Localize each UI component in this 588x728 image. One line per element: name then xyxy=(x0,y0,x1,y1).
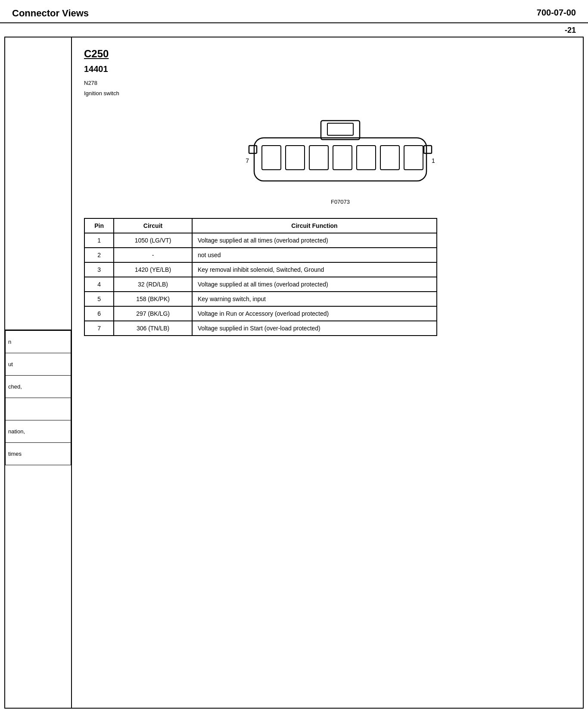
cell-function-0: Voltage supplied at all times (overload … xyxy=(192,233,437,248)
fig-label: F07073 xyxy=(241,199,439,205)
cell-circuit-2: 1420 (YE/LB) xyxy=(114,262,192,277)
col-circuit-header: Circuit xyxy=(114,218,192,233)
cell-function-2: Key removal inhibit solenoid, Switched, … xyxy=(192,262,437,277)
table-row: 6297 (BK/LG)Voltage in Run or Accessory … xyxy=(84,306,437,321)
col-function-header: Circuit Function xyxy=(192,218,437,233)
pin-left-number: 7 xyxy=(246,157,249,164)
list-item: times xyxy=(6,443,71,465)
sidebar-cell-6: times xyxy=(6,443,71,465)
cell-pin-5: 6 xyxy=(84,306,114,321)
list-item: nation, xyxy=(6,420,71,443)
list-item xyxy=(6,398,71,420)
connector-ref2: Ignition switch xyxy=(84,90,571,97)
connector-diagram: 7 1 xyxy=(241,108,439,194)
cell-pin-1: 2 xyxy=(84,248,114,262)
svg-rect-4 xyxy=(424,146,432,153)
cell-pin-4: 5 xyxy=(84,292,114,306)
cell-circuit-0: 1050 (LG/VT) xyxy=(114,233,192,248)
cell-pin-3: 4 xyxy=(84,277,114,292)
connector-diagram-area: 7 1 F07073 xyxy=(110,108,571,205)
cell-circuit-1: - xyxy=(114,248,192,262)
table-row: 2-not used xyxy=(84,248,437,262)
cell-function-3: Voltage supplied at all times (overload … xyxy=(192,277,437,292)
left-sidebar: n ut ched, nation, times xyxy=(5,37,72,708)
sidebar-table: n ut ched, nation, times xyxy=(5,330,71,465)
table-row: 432 (RD/LB)Voltage supplied at all times… xyxy=(84,277,437,292)
cell-pin-2: 3 xyxy=(84,262,114,277)
svg-rect-0 xyxy=(254,138,426,181)
connector-ref1: N278 xyxy=(84,79,571,87)
page-code: 700-07-00 xyxy=(537,8,576,18)
cell-circuit-6: 306 (TN/LB) xyxy=(114,321,192,336)
connector-code: 14401 xyxy=(84,64,571,74)
sub-page-number: -21 xyxy=(0,23,588,37)
table-row: 7306 (TN/LB)Voltage supplied in Start (o… xyxy=(84,321,437,336)
cell-circuit-4: 158 (BK/PK) xyxy=(114,292,192,306)
table-row: 31420 (YE/LB)Key removal inhibit solenoi… xyxy=(84,262,437,277)
list-item: ched, xyxy=(6,376,71,398)
svg-rect-6 xyxy=(286,146,305,170)
sidebar-cell-5: nation, xyxy=(6,420,71,443)
list-item: ut xyxy=(6,353,71,376)
pin-right-number: 1 xyxy=(432,157,435,164)
cell-function-6: Voltage supplied in Start (over-load pro… xyxy=(192,321,437,336)
main-content: C250 14401 N278 Ignition switch xyxy=(72,37,583,708)
cell-pin-6: 7 xyxy=(84,321,114,336)
svg-rect-3 xyxy=(249,146,257,153)
svg-rect-5 xyxy=(262,146,281,170)
cell-circuit-5: 297 (BK/LG) xyxy=(114,306,192,321)
svg-rect-10 xyxy=(380,146,399,170)
sidebar-cell-1: n xyxy=(6,331,71,353)
pin-table: Pin Circuit Circuit Function 11050 (LG/V… xyxy=(84,218,437,336)
page-body: n ut ched, nation, times xyxy=(4,37,584,709)
cell-function-4: Key warning switch, input xyxy=(192,292,437,306)
sidebar-cell-4 xyxy=(6,398,71,420)
connector-svg-wrap: 7 1 F07073 xyxy=(241,108,439,205)
svg-rect-2 xyxy=(327,123,353,135)
list-item: n xyxy=(6,331,71,353)
page-title: Connector Views xyxy=(12,8,89,19)
cell-function-5: Voltage in Run or Accessory (overload pr… xyxy=(192,306,437,321)
svg-rect-7 xyxy=(309,146,328,170)
svg-rect-9 xyxy=(357,146,376,170)
svg-rect-11 xyxy=(404,146,423,170)
table-header-row: Pin Circuit Circuit Function xyxy=(84,218,437,233)
cell-circuit-3: 32 (RD/LB) xyxy=(114,277,192,292)
table-row: 11050 (LG/VT)Voltage supplied at all tim… xyxy=(84,233,437,248)
cell-function-1: not used xyxy=(192,248,437,262)
svg-rect-8 xyxy=(333,146,352,170)
left-sidebar-top-space xyxy=(5,37,71,330)
cell-pin-0: 1 xyxy=(84,233,114,248)
connector-name: C250 xyxy=(84,48,571,60)
sidebar-cell-3: ched, xyxy=(6,376,71,398)
page-header: Connector Views 700-07-00 xyxy=(0,0,588,23)
col-pin-header: Pin xyxy=(84,218,114,233)
table-row: 5158 (BK/PK)Key warning switch, input xyxy=(84,292,437,306)
sidebar-cell-2: ut xyxy=(6,353,71,376)
